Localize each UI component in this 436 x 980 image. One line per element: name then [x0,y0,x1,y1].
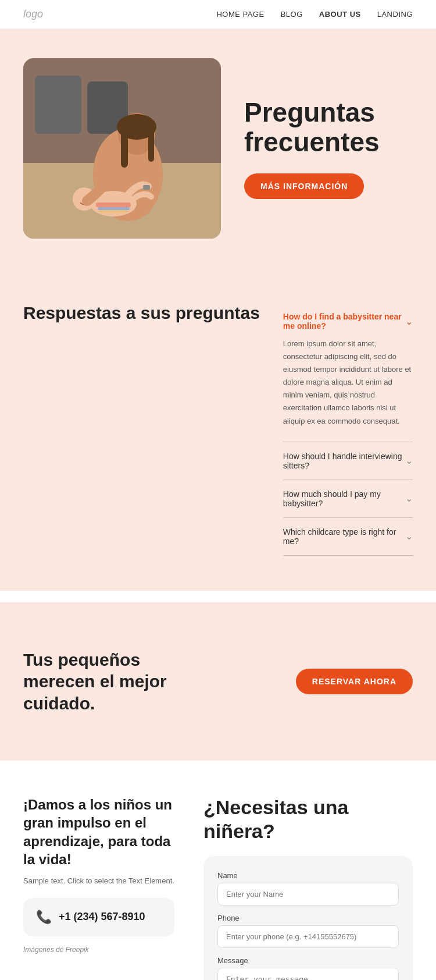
nav-link-home[interactable]: HOME PAGE [216,10,264,19]
hero-cta-button[interactable]: MÁS INFORMACIÓN [244,173,364,199]
faq-answer-text: Lorem ipsum dolor sit amet, consectetur … [283,338,413,432]
message-group: Message [217,956,399,980]
phone-box: 📞 +1 (234) 567-8910 [23,898,174,936]
svg-rect-14 [98,207,130,210]
hero-text: Preguntas frecuentes MÁS INFORMACIÓN [244,98,413,198]
faq-left: Respuestas a sus preguntas [23,303,260,556]
contact-right: ¿Necesitas una niñera? Name Phone Messag… [203,796,413,980]
contact-sample-text: Sample text. Click to select the Text El… [23,876,174,885]
contact-left: ¡Damos a los niños un gran impulso en el… [23,796,174,980]
name-input[interactable] [217,883,399,906]
nav-link-about[interactable]: ABOUT US [319,10,361,19]
faq-item: How do I find a babysitter near me onlin… [283,303,413,442]
faq-question-text: How much should I pay my babysitter? [283,489,405,508]
hero-section: Preguntas frecuentes MÁS INFORMACIÓN [0,29,436,268]
message-label: Message [217,956,399,965]
freepik-credit: Imágenes de Freepik [23,946,174,954]
svg-rect-13 [96,203,131,207]
faq-question-text: How should I handle interviewing sitters… [283,452,405,470]
faq-question-row[interactable]: How do I find a babysitter near me onlin… [283,312,413,331]
faq-item: Which childcare type is right for me?⌄ [283,518,413,556]
svg-rect-12 [143,185,150,190]
faq-question-row[interactable]: How should I handle interviewing sitters… [283,452,413,470]
chevron-down-icon: ⌄ [405,531,413,542]
chevron-down-icon: ⌄ [405,493,413,504]
faq-section-title: Respuestas a sus preguntas [23,303,260,324]
navbar: logo HOME PAGE BLOG ABOUT US LANDING [0,0,436,29]
nav-logo: logo [23,8,43,20]
contact-left-title: ¡Damos a los niños un gran impulso en el… [23,796,174,868]
faq-question-row[interactable]: How much should I pay my babysitter?⌄ [283,489,413,508]
contact-form-title: ¿Necesitas una niñera? [203,796,413,843]
chevron-down-icon: ⌄ [405,316,413,327]
phone-group: Phone [217,914,399,948]
phone-icon: 📞 [36,910,52,925]
hero-image [23,58,221,239]
faq-question-text: How do I find a babysitter near me onlin… [283,312,405,331]
svg-rect-9 [148,127,154,162]
faq-question-row[interactable]: Which childcare type is right for me?⌄ [283,527,413,546]
faq-section: Respuestas a sus preguntas How do I find… [0,268,436,591]
cta-reserve-button[interactable]: RESERVAR AHORA [296,669,413,694]
phone-input[interactable] [217,925,399,948]
faq-item: How should I handle interviewing sitters… [283,442,413,480]
phone-number: +1 (234) 567-8910 [59,911,145,923]
phone-label: Phone [217,914,399,922]
svg-rect-8 [121,127,128,168]
faq-item: How much should I pay my babysitter?⌄ [283,480,413,518]
form-card: Name Phone Message SOLICITUD DE LLAMADA [203,856,413,980]
nav-links: HOME PAGE BLOG ABOUT US LANDING [216,10,413,19]
svg-rect-15 [99,210,128,213]
hero-title: Preguntas frecuentes [244,98,413,157]
cta-title: Tus pequeños merecen el mejor cuidado. [23,649,209,715]
chevron-down-icon: ⌄ [405,455,413,466]
cta-band: Tus pequeños merecen el mejor cuidado. R… [0,602,436,761]
contact-section: ¡Damos a los niños un gran impulso en el… [0,761,436,980]
name-label: Name [217,871,399,880]
nav-link-landing[interactable]: LANDING [377,10,413,19]
faq-right: How do I find a babysitter near me onlin… [283,303,413,556]
svg-rect-2 [35,76,81,134]
faq-question-text: Which childcare type is right for me? [283,527,405,546]
nav-link-blog[interactable]: BLOG [281,10,303,19]
message-input[interactable] [217,968,399,980]
name-group: Name [217,871,399,906]
